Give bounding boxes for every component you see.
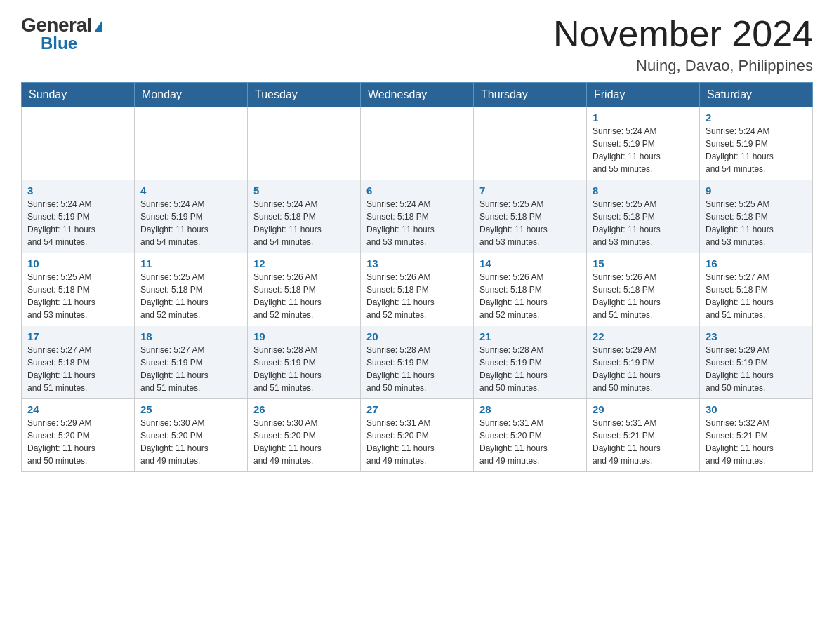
day-info: Sunrise: 5:28 AMSunset: 5:19 PMDaylight:… bbox=[366, 344, 468, 394]
calendar-cell: 23Sunrise: 5:29 AMSunset: 5:19 PMDayligh… bbox=[700, 326, 813, 399]
day-info: Sunrise: 5:24 AMSunset: 5:18 PMDaylight:… bbox=[366, 198, 468, 248]
page-header: General Blue November 2024 Nuing, Davao,… bbox=[21, 14, 813, 75]
day-info: Sunrise: 5:26 AMSunset: 5:18 PMDaylight:… bbox=[479, 271, 581, 321]
day-info: Sunrise: 5:31 AMSunset: 5:20 PMDaylight:… bbox=[479, 417, 581, 467]
calendar-cell: 21Sunrise: 5:28 AMSunset: 5:19 PMDayligh… bbox=[474, 326, 587, 399]
day-info: Sunrise: 5:27 AMSunset: 5:18 PMDaylight:… bbox=[706, 271, 807, 321]
calendar-cell: 25Sunrise: 5:30 AMSunset: 5:20 PMDayligh… bbox=[135, 399, 248, 472]
calendar-cell: 20Sunrise: 5:28 AMSunset: 5:19 PMDayligh… bbox=[361, 326, 474, 399]
day-number: 27 bbox=[366, 403, 468, 415]
calendar-cell: 5Sunrise: 5:24 AMSunset: 5:18 PMDaylight… bbox=[248, 180, 361, 253]
week-row-3: 10Sunrise: 5:25 AMSunset: 5:18 PMDayligh… bbox=[22, 253, 813, 326]
week-row-5: 24Sunrise: 5:29 AMSunset: 5:20 PMDayligh… bbox=[22, 399, 813, 472]
calendar-cell bbox=[474, 107, 587, 180]
day-info: Sunrise: 5:29 AMSunset: 5:19 PMDaylight:… bbox=[593, 344, 694, 394]
logo: General Blue bbox=[21, 14, 102, 53]
day-number: 5 bbox=[253, 185, 355, 196]
day-info: Sunrise: 5:27 AMSunset: 5:19 PMDaylight:… bbox=[140, 344, 241, 394]
day-info: Sunrise: 5:30 AMSunset: 5:20 PMDaylight:… bbox=[140, 417, 241, 467]
day-info: Sunrise: 5:24 AMSunset: 5:18 PMDaylight:… bbox=[253, 198, 355, 248]
day-number: 11 bbox=[140, 257, 241, 269]
calendar-table: SundayMondayTuesdayWednesdayThursdayFrid… bbox=[21, 82, 813, 472]
calendar-cell: 26Sunrise: 5:30 AMSunset: 5:20 PMDayligh… bbox=[248, 399, 361, 472]
day-info: Sunrise: 5:26 AMSunset: 5:18 PMDaylight:… bbox=[366, 271, 468, 321]
calendar-cell: 24Sunrise: 5:29 AMSunset: 5:20 PMDayligh… bbox=[22, 399, 135, 472]
title-block: November 2024 Nuing, Davao, Philippines bbox=[553, 14, 813, 75]
calendar-cell bbox=[361, 107, 474, 180]
calendar-cell: 1Sunrise: 5:24 AMSunset: 5:19 PMDaylight… bbox=[587, 107, 700, 180]
day-number: 22 bbox=[593, 330, 694, 342]
calendar-cell: 12Sunrise: 5:26 AMSunset: 5:18 PMDayligh… bbox=[248, 253, 361, 326]
day-number: 25 bbox=[140, 403, 241, 415]
day-info: Sunrise: 5:24 AMSunset: 5:19 PMDaylight:… bbox=[27, 198, 128, 248]
day-number: 4 bbox=[140, 185, 241, 196]
day-info: Sunrise: 5:31 AMSunset: 5:20 PMDaylight:… bbox=[366, 417, 468, 467]
weekday-header-saturday: Saturday bbox=[700, 83, 813, 107]
day-info: Sunrise: 5:24 AMSunset: 5:19 PMDaylight:… bbox=[593, 125, 694, 175]
calendar-cell bbox=[248, 107, 361, 180]
day-number: 9 bbox=[706, 185, 807, 196]
day-info: Sunrise: 5:24 AMSunset: 5:19 PMDaylight:… bbox=[706, 125, 807, 175]
calendar-cell: 27Sunrise: 5:31 AMSunset: 5:20 PMDayligh… bbox=[361, 399, 474, 472]
calendar-cell: 14Sunrise: 5:26 AMSunset: 5:18 PMDayligh… bbox=[474, 253, 587, 326]
day-number: 14 bbox=[479, 257, 581, 269]
day-number: 18 bbox=[140, 330, 241, 342]
calendar-cell: 3Sunrise: 5:24 AMSunset: 5:19 PMDaylight… bbox=[22, 180, 135, 253]
week-row-1: 1Sunrise: 5:24 AMSunset: 5:19 PMDaylight… bbox=[22, 107, 813, 180]
day-info: Sunrise: 5:28 AMSunset: 5:19 PMDaylight:… bbox=[253, 344, 355, 394]
day-info: Sunrise: 5:25 AMSunset: 5:18 PMDaylight:… bbox=[27, 271, 128, 321]
day-number: 20 bbox=[366, 330, 468, 342]
day-info: Sunrise: 5:25 AMSunset: 5:18 PMDaylight:… bbox=[593, 198, 694, 248]
day-number: 21 bbox=[479, 330, 581, 342]
day-number: 16 bbox=[706, 257, 807, 269]
day-info: Sunrise: 5:27 AMSunset: 5:18 PMDaylight:… bbox=[27, 344, 128, 394]
day-info: Sunrise: 5:29 AMSunset: 5:20 PMDaylight:… bbox=[27, 417, 128, 467]
day-info: Sunrise: 5:24 AMSunset: 5:19 PMDaylight:… bbox=[140, 198, 241, 248]
day-number: 15 bbox=[593, 257, 694, 269]
day-number: 28 bbox=[479, 403, 581, 415]
calendar-cell bbox=[22, 107, 135, 180]
day-info: Sunrise: 5:28 AMSunset: 5:19 PMDaylight:… bbox=[479, 344, 581, 394]
calendar-cell: 7Sunrise: 5:25 AMSunset: 5:18 PMDaylight… bbox=[474, 180, 587, 253]
day-number: 29 bbox=[593, 403, 694, 415]
day-number: 6 bbox=[366, 185, 468, 196]
weekday-header-sunday: Sunday bbox=[22, 83, 135, 107]
day-info: Sunrise: 5:25 AMSunset: 5:18 PMDaylight:… bbox=[140, 271, 241, 321]
calendar-cell: 4Sunrise: 5:24 AMSunset: 5:19 PMDaylight… bbox=[135, 180, 248, 253]
day-info: Sunrise: 5:29 AMSunset: 5:19 PMDaylight:… bbox=[706, 344, 807, 394]
week-row-2: 3Sunrise: 5:24 AMSunset: 5:19 PMDaylight… bbox=[22, 180, 813, 253]
day-info: Sunrise: 5:30 AMSunset: 5:20 PMDaylight:… bbox=[253, 417, 355, 467]
calendar-cell: 9Sunrise: 5:25 AMSunset: 5:18 PMDaylight… bbox=[700, 180, 813, 253]
calendar-cell: 11Sunrise: 5:25 AMSunset: 5:18 PMDayligh… bbox=[135, 253, 248, 326]
month-year-title: November 2024 bbox=[553, 14, 813, 54]
logo-triangle-icon bbox=[94, 21, 102, 32]
day-number: 26 bbox=[253, 403, 355, 415]
day-info: Sunrise: 5:26 AMSunset: 5:18 PMDaylight:… bbox=[253, 271, 355, 321]
calendar-cell: 28Sunrise: 5:31 AMSunset: 5:20 PMDayligh… bbox=[474, 399, 587, 472]
calendar-cell: 19Sunrise: 5:28 AMSunset: 5:19 PMDayligh… bbox=[248, 326, 361, 399]
day-number: 19 bbox=[253, 330, 355, 342]
day-number: 17 bbox=[27, 330, 128, 342]
day-number: 3 bbox=[27, 185, 128, 196]
day-number: 23 bbox=[706, 330, 807, 342]
calendar-cell: 6Sunrise: 5:24 AMSunset: 5:18 PMDaylight… bbox=[361, 180, 474, 253]
day-number: 10 bbox=[27, 257, 128, 269]
week-row-4: 17Sunrise: 5:27 AMSunset: 5:18 PMDayligh… bbox=[22, 326, 813, 399]
calendar-cell: 8Sunrise: 5:25 AMSunset: 5:18 PMDaylight… bbox=[587, 180, 700, 253]
day-number: 8 bbox=[593, 185, 694, 196]
day-number: 12 bbox=[253, 257, 355, 269]
day-number: 1 bbox=[593, 112, 694, 123]
location-subtitle: Nuing, Davao, Philippines bbox=[553, 57, 813, 75]
day-info: Sunrise: 5:26 AMSunset: 5:18 PMDaylight:… bbox=[593, 271, 694, 321]
calendar-cell: 10Sunrise: 5:25 AMSunset: 5:18 PMDayligh… bbox=[22, 253, 135, 326]
day-number: 30 bbox=[706, 403, 807, 415]
weekday-header-wednesday: Wednesday bbox=[361, 83, 474, 107]
calendar-cell: 16Sunrise: 5:27 AMSunset: 5:18 PMDayligh… bbox=[700, 253, 813, 326]
day-number: 2 bbox=[706, 112, 807, 123]
weekday-header-row: SundayMondayTuesdayWednesdayThursdayFrid… bbox=[22, 83, 813, 107]
weekday-header-monday: Monday bbox=[135, 83, 248, 107]
weekday-header-friday: Friday bbox=[587, 83, 700, 107]
day-info: Sunrise: 5:31 AMSunset: 5:21 PMDaylight:… bbox=[593, 417, 694, 467]
day-number: 7 bbox=[479, 185, 581, 196]
weekday-header-thursday: Thursday bbox=[474, 83, 587, 107]
